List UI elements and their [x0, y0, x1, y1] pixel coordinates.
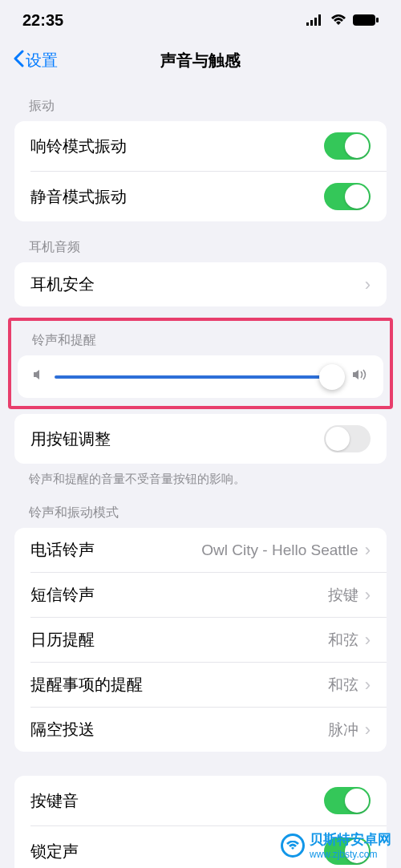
row-ringtone[interactable]: 电话铃声 Owl City - Hello Seattle › — [14, 528, 387, 572]
row-value: 脉冲 — [328, 720, 358, 740]
status-bar: 22:35 — [0, 0, 401, 40]
row-label: 短信铃声 — [30, 584, 328, 606]
watermark-logo-icon — [281, 834, 305, 858]
section-header-ringer: 铃声和提醒 — [14, 321, 387, 355]
row-keyboard-clicks[interactable]: 按键音 — [14, 776, 387, 825]
svg-rect-5 — [376, 18, 379, 22]
toggle-keyboard-clicks[interactable] — [324, 787, 371, 814]
svg-rect-4 — [353, 14, 375, 26]
wifi-icon — [330, 11, 346, 30]
watermark: 贝斯特安卓网 www.zjbsty.com — [281, 830, 391, 860]
row-reminder-alert[interactable]: 提醒事项的提醒 和弦 › — [30, 662, 387, 707]
footer-note: 铃声和提醒的音量不受音量按钮的影响。 — [0, 464, 401, 495]
toggle-button-adjust[interactable] — [324, 425, 371, 452]
row-label: 电话铃声 — [30, 539, 201, 561]
volume-slider[interactable] — [55, 375, 342, 379]
ringer-slider-row — [18, 355, 383, 398]
status-indicators — [306, 11, 379, 30]
toggle-silent-vibrate[interactable] — [324, 183, 371, 210]
row-label: 日历提醒 — [30, 629, 328, 651]
group-button-adjust: 用按钮调整 — [14, 414, 387, 464]
row-label: 按键音 — [30, 790, 324, 812]
row-button-adjust[interactable]: 用按钮调整 — [14, 414, 387, 464]
section-header-vibrate: 振动 — [0, 80, 401, 121]
back-button[interactable]: 设置 — [13, 50, 58, 71]
chevron-right-icon: › — [365, 676, 371, 694]
row-text-tone[interactable]: 短信铃声 按键 › — [30, 572, 387, 617]
page-title: 声音与触感 — [0, 50, 401, 71]
highlight-box: 铃声和提醒 — [8, 318, 393, 409]
row-label: 隔空投送 — [30, 719, 328, 740]
svg-rect-1 — [310, 20, 313, 26]
chevron-right-icon: › — [365, 631, 371, 649]
watermark-name: 贝斯特安卓网 — [310, 832, 391, 847]
speaker-low-icon — [32, 368, 45, 385]
chevron-right-icon: › — [365, 276, 371, 294]
section-header-sounds: 铃声和振动模式 — [0, 495, 401, 528]
chevron-right-icon: › — [365, 586, 371, 604]
row-label: 静音模式振动 — [30, 186, 324, 208]
row-value: 按键 — [328, 585, 358, 606]
status-time: 22:35 — [22, 11, 63, 30]
row-label: 响铃模式振动 — [30, 136, 324, 157]
row-silent-vibrate[interactable]: 静音模式振动 — [30, 171, 387, 221]
group-headphone: 耳机安全 › — [14, 262, 387, 306]
row-headphone-safety[interactable]: 耳机安全 › — [14, 262, 387, 306]
svg-rect-3 — [318, 14, 321, 26]
slider-thumb[interactable] — [319, 364, 345, 390]
row-value: 和弦 — [328, 675, 358, 696]
toggle-ring-vibrate[interactable] — [324, 132, 371, 160]
svg-rect-0 — [306, 22, 309, 26]
battery-icon — [353, 11, 379, 30]
nav-bar: 设置 声音与触感 — [0, 40, 401, 80]
section-header-headphone: 耳机音频 — [0, 221, 401, 262]
watermark-url: www.zjbsty.com — [310, 849, 391, 860]
row-label: 用按钮调整 — [30, 428, 324, 450]
row-label: 提醒事项的提醒 — [30, 674, 328, 696]
group-sounds: 电话铃声 Owl City - Hello Seattle › 短信铃声 按键 … — [14, 528, 387, 752]
row-calendar-alert[interactable]: 日历提醒 和弦 › — [30, 617, 387, 662]
row-label: 耳机安全 — [30, 274, 358, 295]
row-ring-vibrate[interactable]: 响铃模式振动 — [14, 121, 387, 171]
speaker-high-icon — [351, 368, 369, 385]
cellular-icon — [306, 11, 324, 30]
back-label: 设置 — [26, 50, 58, 71]
row-airdrop[interactable]: 隔空投送 脉冲 › — [30, 707, 387, 752]
chevron-left-icon — [13, 50, 24, 71]
row-value: Owl City - Hello Seattle — [201, 541, 358, 559]
chevron-right-icon: › — [365, 541, 371, 559]
group-vibrate: 响铃模式振动 静音模式振动 — [14, 121, 387, 221]
svg-rect-2 — [314, 18, 317, 26]
chevron-right-icon: › — [365, 721, 371, 739]
row-value: 和弦 — [328, 630, 358, 651]
